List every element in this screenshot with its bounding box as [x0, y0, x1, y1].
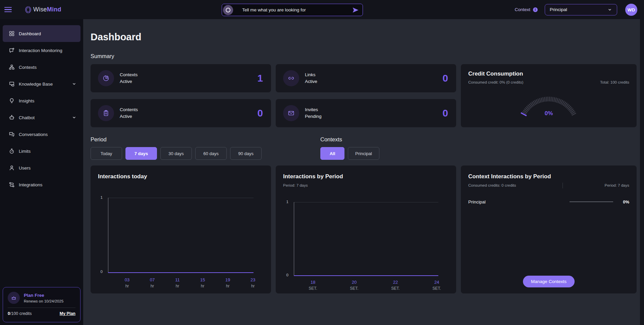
contexts-button-all[interactable]: All	[320, 147, 344, 160]
sidebar-item-dashboard[interactable]: Dashboard	[3, 25, 80, 42]
x-tick-value: 20	[347, 280, 362, 285]
chevron-down-icon	[72, 82, 76, 86]
contexts-filter-group: Contexts All Principal	[320, 136, 379, 160]
topbar: WiseMind Context i Principal WD	[0, 0, 644, 19]
sidebar-item-contexts[interactable]: Contexts	[3, 59, 80, 76]
envelope-icon	[287, 109, 295, 117]
x-tick-unit: hr	[120, 284, 134, 288]
clipboard-icon	[102, 109, 110, 117]
knowledge-base-icon	[9, 81, 15, 87]
sidebar-item-label: Dashboard	[19, 31, 41, 36]
y-axis-tick: 0	[96, 270, 103, 274]
x-tick-value: 11	[171, 277, 184, 282]
summary-heading: Summary	[91, 53, 640, 59]
x-tick-value: 18	[306, 280, 320, 285]
sidebar-item-chatbot[interactable]: Chatbot	[3, 109, 80, 126]
period-button-today[interactable]: Today	[91, 147, 122, 160]
chevron-down-icon	[607, 7, 612, 12]
chart-subtitle: Period: 7 days	[283, 183, 308, 187]
sidebar-item-label: Chatbot	[19, 115, 35, 120]
credit-gauge-ticks	[508, 88, 589, 128]
summary-card-label-line2: Active	[120, 113, 138, 120]
x-tick-value: 03	[120, 277, 134, 282]
integrations-icon	[9, 182, 15, 188]
sidebar-item-insights[interactable]: Insights	[3, 92, 80, 109]
lightbulb-icon	[9, 98, 15, 104]
plan-credits-used: 0	[8, 311, 10, 316]
period-button-60-days[interactable]: 60 days	[195, 147, 227, 160]
x-tick-value: 07	[146, 277, 159, 282]
line-plot-area	[108, 198, 254, 273]
sidebar-item-label: Limits	[19, 149, 31, 154]
period-button-7-days[interactable]: 7 days	[125, 147, 157, 160]
summary-card-label-line1: Invites	[305, 106, 322, 113]
credit-gauge: 0%	[508, 88, 589, 128]
interactions-by-period-chart-card: Interactions by Period Period: 7 days 1 …	[276, 166, 456, 293]
user-avatar[interactable]: WD	[625, 4, 637, 16]
summary-card-label-line1: Contexts	[120, 72, 138, 78]
main-content: Dashboard Summary ContextsActive 1 Links…	[83, 19, 640, 325]
plan-renewal: Renews on 10/24/2025	[24, 299, 63, 303]
dashboard-grid-icon	[9, 31, 15, 37]
sidebar-item-knowledge-base[interactable]: Knowledge Base	[3, 76, 80, 92]
period-button-30-days[interactable]: 30 days	[160, 147, 192, 160]
send-icon[interactable]	[352, 6, 359, 14]
period-button-90-days[interactable]: 90 days	[230, 147, 262, 160]
chart-title: Context Interactions by Period	[468, 173, 551, 180]
x-tick-unit: SET.	[306, 286, 320, 291]
y-axis-tick: 0	[282, 273, 288, 277]
sidebar-item-interaction-monitoring[interactable]: Interaction Monitoring	[3, 42, 80, 59]
context-progress-row: Principal 0%	[468, 199, 629, 205]
logo-text-mind: Mind	[47, 6, 61, 13]
summary-card-value: 0	[257, 107, 263, 119]
context-interactions-card: Context Interactions by Period Consumed …	[461, 166, 637, 293]
sidebar-item-limits[interactable]: Limits	[3, 143, 80, 159]
context-row-label: Principal	[468, 199, 486, 204]
credit-consumed-text: Consumed credit: 0% (0 credits)	[468, 80, 523, 84]
summary-card-label-line1: Contents	[120, 106, 138, 113]
sidebar-item-label: Integrations	[19, 182, 43, 187]
my-plan-link[interactable]: My Plan	[60, 311, 75, 316]
credit-consumption-card: Credit Consumption Consumed credit: 0% (…	[461, 64, 637, 127]
sidebar-item-users[interactable]: Users	[3, 159, 80, 176]
search-input[interactable]	[242, 7, 352, 12]
assistant-search-bar[interactable]	[222, 4, 363, 16]
context-dropdown-value: Principal	[550, 7, 567, 12]
stopwatch-icon	[9, 148, 15, 154]
sidebar-item-conversations[interactable]: Conversations	[3, 126, 80, 143]
hamburger-menu-icon[interactable]	[4, 7, 12, 12]
robot-icon	[9, 114, 15, 121]
scrollbar-track[interactable]	[640, 0, 644, 325]
y-axis-tick: 1	[282, 200, 288, 204]
sidebar-item-label: Users	[19, 166, 31, 171]
sidebar-item-label: Insights	[19, 98, 35, 103]
summary-card-label-line2: Active	[120, 78, 138, 85]
manage-contexts-button[interactable]: Manage Contexts	[523, 276, 575, 287]
card-meta-row: Consumed credits: 0 credits Period: 7 da…	[468, 183, 629, 187]
line-plot-area	[294, 202, 438, 276]
x-tick-unit: hr	[221, 284, 234, 288]
context-label: Context	[515, 7, 530, 12]
summary-card-contents-active: ContentsActive 0	[91, 99, 271, 127]
page-title: Dashboard	[91, 32, 640, 43]
consumed-credits-text: Consumed credits: 0 credits	[468, 183, 516, 187]
credit-total-text: Total: 100 credits	[600, 80, 629, 84]
brain-logo-icon	[24, 6, 32, 14]
logo-text-wise: Wise	[33, 6, 47, 13]
summary-card-invites-pending: InvitesPending 0	[276, 99, 456, 127]
sidebar-item-integrations[interactable]: Integrations	[3, 176, 80, 193]
divider	[562, 183, 563, 188]
x-axis-ticks: 18SET. 20SET. 22SET. 24SET.	[306, 280, 444, 291]
summary-card-label-line1: Links	[305, 72, 317, 78]
divider	[8, 308, 75, 308]
info-icon[interactable]: i	[533, 7, 538, 12]
x-tick-unit: hr	[171, 284, 184, 288]
x-tick-value: 19	[221, 277, 234, 282]
summary-card-links-active: LinksActive 0	[276, 64, 456, 92]
progress-track	[570, 201, 613, 202]
context-dropdown[interactable]: Principal	[545, 4, 617, 15]
plan-credits: 0/100 credits	[8, 311, 32, 316]
chart-title: Interactions by Period	[283, 173, 343, 180]
hierarchy-icon	[9, 64, 15, 70]
contexts-button-principal[interactable]: Principal	[348, 147, 379, 160]
